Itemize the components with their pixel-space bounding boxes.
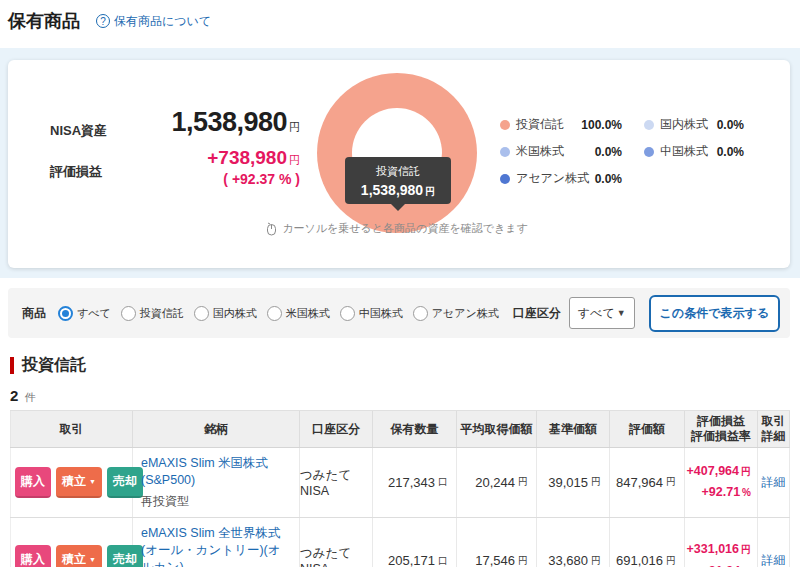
legend-item-kokunai: 国内株式 0.0%	[644, 116, 744, 133]
legend-dot	[644, 120, 654, 130]
account-type-cell: つみたてNISA	[300, 448, 373, 517]
profit-loss-percent: ( +92.37 % )	[104, 171, 300, 187]
account-type-cell: つみたてNISA	[300, 518, 373, 567]
profit-loss-cell: +407,964円 +92.71%	[685, 448, 758, 517]
trade-buttons-cell: 購入 積立 ▼ 売却	[10, 518, 133, 567]
fund-name-link[interactable]: eMAXIS Slim 米国株式(S&P500)	[141, 455, 291, 489]
account-type-select[interactable]: すべて ▼	[569, 297, 635, 329]
col-nav: 基準価額	[537, 411, 610, 447]
section-header: 投資信託	[10, 355, 86, 376]
asset-label: NISA資産	[50, 122, 107, 140]
apply-filter-button[interactable]: この条件で表示する	[649, 295, 780, 332]
profit-loss-label: 評価損益	[50, 163, 102, 181]
page-title: 保有商品	[8, 9, 80, 33]
account-type-value: すべて	[578, 305, 615, 322]
table-header-row: 取引 銘柄 口座区分 保有数量 平均取得価額 基準価額 評価額 評価損益 評価損…	[10, 410, 790, 448]
nav-cell: 39,015円	[537, 448, 610, 517]
legend-item-asean: アセアン株式 0.0%	[500, 170, 622, 187]
detail-cell: 詳細	[758, 448, 790, 517]
legend-dot	[500, 147, 510, 157]
chart-hover-note: カーソルを乗せると各商品の資産を確認できます	[237, 221, 557, 236]
profit-loss-cell: +331,016円 +91.94%	[685, 518, 758, 567]
radio-icon	[194, 306, 209, 321]
radio-kokunai[interactable]: 国内株式	[194, 306, 257, 321]
chevron-down-icon: ▼	[617, 308, 626, 318]
product-filter-label: 商品	[22, 305, 46, 322]
legend-dot	[500, 174, 510, 184]
item-count: 2 件	[10, 387, 36, 405]
asset-unit: 円	[289, 121, 300, 133]
col-value: 評価額	[610, 411, 685, 447]
section-title: 投資信託	[22, 355, 86, 376]
legend-item-chugoku: 中国株式 0.0%	[644, 143, 744, 160]
count-unit: 件	[25, 391, 36, 403]
buy-button[interactable]: 購入	[15, 467, 51, 498]
table-row: 購入 積立 ▼ 売却 eMAXIS Slim 全世界株式(オール・カントリー)(…	[10, 518, 790, 567]
help-link-label: 保有商品について	[114, 13, 211, 30]
allocation-legend: 投資信託 100.0% 国内株式 0.0% 米国株式 0.0% 中国株式 0.0…	[500, 116, 744, 187]
col-avg-price: 平均取得価額	[457, 411, 537, 447]
nav-cell: 33,680円	[537, 518, 610, 567]
col-quantity: 保有数量	[373, 411, 457, 447]
profit-loss-unit: 円	[289, 154, 300, 166]
value-cell: 691,016円	[610, 518, 685, 567]
tooltip-label: 投資信託	[345, 164, 451, 179]
question-circle-icon: ?	[96, 14, 110, 28]
account-type-label: 口座区分	[513, 305, 561, 322]
detail-link[interactable]: 詳細	[762, 474, 786, 491]
radio-all[interactable]: すべて	[58, 306, 111, 321]
detail-link[interactable]: 詳細	[762, 552, 786, 567]
fund-name-cell: eMAXIS Slim 全世界株式(オール・カントリー)(オルカン) 再投資型	[133, 518, 300, 567]
fund-name-cell: eMAXIS Slim 米国株式(S&P500) 再投資型	[133, 448, 300, 517]
tooltip-unit: 円	[425, 186, 435, 197]
quantity-cell: 205,171口	[373, 518, 457, 567]
section-accent-bar	[10, 357, 14, 374]
fund-type-label: 再投資型	[141, 493, 189, 510]
trade-buttons-cell: 購入 積立 ▼ 売却	[10, 448, 133, 517]
radio-asean[interactable]: アセアン株式	[413, 306, 499, 321]
chart-tooltip: 投資信託 1,538,980円	[345, 157, 451, 204]
col-trade: 取引	[10, 411, 133, 447]
nisa-summary-card: NISA資産 1,538,980円 評価損益 +738,980円 ( +92.3…	[8, 60, 790, 268]
radio-icon	[58, 306, 73, 321]
legend-dot	[500, 120, 510, 130]
quantity-cell: 217,343口	[373, 448, 457, 517]
radio-chugoku[interactable]: 中国株式	[340, 306, 403, 321]
col-account: 口座区分	[300, 411, 373, 447]
chevron-down-icon: ▼	[89, 478, 96, 485]
chevron-down-icon: ▼	[89, 556, 96, 563]
tsumitate-button[interactable]: 積立 ▼	[56, 467, 102, 498]
avg-price-cell: 17,546円	[457, 518, 537, 567]
radio-icon	[267, 306, 282, 321]
legend-item-beikoku: 米国株式 0.0%	[500, 143, 622, 160]
mouse-cursor-icon	[266, 222, 277, 236]
help-link[interactable]: ? 保有商品について	[96, 13, 211, 30]
buy-button[interactable]: 購入	[15, 545, 51, 567]
col-profit-loss: 評価損益 評価損益率	[685, 411, 758, 447]
page-header: 保有商品 ? 保有商品について	[8, 9, 211, 33]
asset-value: 1,538,980円	[104, 107, 300, 138]
tsumitate-button[interactable]: 積立 ▼	[56, 545, 102, 567]
col-name: 銘柄	[133, 411, 300, 447]
legend-dot	[644, 147, 654, 157]
tooltip-value: 1,538,980円	[345, 182, 451, 199]
table-row: 購入 積立 ▼ 売却 eMAXIS Slim 米国株式(S&P500) 再投資型…	[10, 448, 790, 518]
profit-loss-value: +738,980円	[104, 147, 300, 169]
filter-bar: 商品 すべて 投資信託 国内株式 米国株式 中国株式 アセアン株式 口座区分 す…	[8, 288, 790, 338]
legend-item-toshin: 投資信託 100.0%	[500, 116, 622, 133]
radio-icon	[121, 306, 136, 321]
detail-cell: 詳細	[758, 518, 790, 567]
radio-beikoku[interactable]: 米国株式	[267, 306, 330, 321]
radio-toshin[interactable]: 投資信託	[121, 306, 184, 321]
holdings-table: 取引 銘柄 口座区分 保有数量 平均取得価額 基準価額 評価額 評価損益 評価損…	[10, 410, 790, 567]
col-trade-detail: 取引 詳細	[758, 411, 790, 447]
fund-name-link[interactable]: eMAXIS Slim 全世界株式(オール・カントリー)(オルカン)	[141, 525, 291, 567]
radio-icon	[340, 306, 355, 321]
value-cell: 847,964円	[610, 448, 685, 517]
avg-price-cell: 20,244円	[457, 448, 537, 517]
radio-icon	[413, 306, 428, 321]
